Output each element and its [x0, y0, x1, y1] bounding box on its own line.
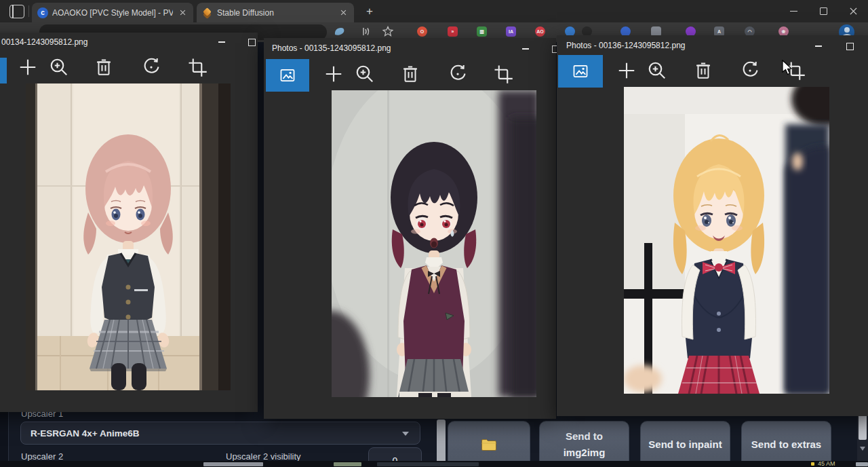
- mouse-cursor: [781, 60, 793, 76]
- upscaler1-value: R-ESRGAN 4x+ Anime6B: [31, 428, 139, 438]
- photo-image-00135[interactable]: [332, 90, 536, 397]
- read-aloud-icon[interactable]: [360, 26, 372, 37]
- screen: c AOAOKO [PVC Style Model] - PV Stable D…: [0, 0, 868, 467]
- photos-window-00136: Photos - 00136-1243095812.png: [557, 35, 868, 416]
- panel-scrollbar[interactable]: [437, 419, 446, 467]
- taskbar[interactable]: 45 AM: [0, 461, 868, 467]
- window-title-bar[interactable]: Photos - 00135-1243095812.png: [264, 38, 556, 58]
- minimize-button[interactable]: [807, 38, 830, 54]
- rotate-icon[interactable]: [448, 64, 468, 84]
- tab-separator: [28, 5, 29, 17]
- delete-icon[interactable]: [400, 64, 420, 84]
- minimize-button[interactable]: [210, 34, 233, 50]
- scroll-down-arrow-icon[interactable]: [860, 447, 865, 451]
- folder-icon: [481, 438, 497, 451]
- delete-icon[interactable]: [693, 60, 713, 81]
- maximize-button[interactable]: [240, 34, 263, 50]
- rotate-icon[interactable]: [141, 57, 161, 77]
- photos-window-00134: 00134-1243095812.png: [0, 33, 258, 412]
- browser-tab-civitai[interactable]: c AOAOKO [PVC Style Model] - PV: [32, 3, 193, 22]
- zoom-in-icon[interactable]: [647, 60, 667, 81]
- upscaler2-label: Upscaler 2: [21, 451, 63, 462]
- maximize-button[interactable]: [838, 38, 861, 54]
- add-icon[interactable]: [616, 60, 637, 81]
- window-title: 00134-1243095812.png: [1, 37, 87, 47]
- stable-diffusion-icon: [202, 7, 213, 18]
- zoom-in-icon[interactable]: [49, 57, 69, 77]
- tab-close-icon[interactable]: [177, 7, 188, 18]
- photos-gallery-icon: [572, 62, 589, 80]
- taskbar-show-desktop[interactable]: [856, 462, 868, 466]
- tab-label: Stable Diffusion: [217, 8, 334, 18]
- open-folder-button[interactable]: [448, 421, 530, 467]
- taskbar-app-block[interactable]: [377, 462, 479, 466]
- browser-extension-icon[interactable]: »: [448, 26, 458, 37]
- photo-image-00134[interactable]: [26, 83, 231, 390]
- see-all-photos-button[interactable]: [266, 59, 309, 92]
- browser-extension-icon[interactable]: IA: [506, 26, 516, 37]
- tab-actions-icon[interactable]: [9, 5, 24, 18]
- taskbar-app-block[interactable]: [203, 462, 263, 466]
- browser-extension-icon[interactable]: O: [417, 26, 427, 37]
- window-title: Photos - 00136-1243095812.png: [566, 41, 685, 50]
- collections-icon[interactable]: [334, 26, 345, 37]
- browser-close-button[interactable]: [838, 0, 868, 22]
- tab-label: AOAOKO [PVC Style Model] - PV: [52, 8, 173, 18]
- browser-extension-icon[interactable]: AO: [535, 26, 545, 37]
- minimize-button[interactable]: [514, 41, 537, 57]
- browser-maximize-button[interactable]: [808, 0, 838, 22]
- photos-window-00135: Photos - 00135-1243095812.png: [264, 38, 556, 419]
- browser-tab-bar: c AOAOKO [PVC Style Model] - PV Stable D…: [0, 0, 868, 22]
- send-to-inpaint-button[interactable]: Send to inpaint: [640, 421, 730, 467]
- window-title: Photos - 00135-1243095812.png: [272, 43, 391, 53]
- upscaler2-visibility-label: Upscaler 2 visibility: [226, 451, 301, 462]
- add-icon[interactable]: [323, 64, 344, 84]
- delete-icon[interactable]: [94, 57, 114, 77]
- browser-minimize-button[interactable]: [778, 0, 808, 22]
- crop-icon[interactable]: [493, 64, 513, 84]
- browser-extension-icon[interactable]: ▥: [477, 26, 487, 37]
- photos-gallery-icon: [279, 67, 296, 84]
- photo-image-00136[interactable]: [624, 87, 829, 394]
- taskbar-clock: 45 AM: [818, 460, 835, 467]
- new-tab-button[interactable]: +: [361, 5, 378, 19]
- upscaler1-dropdown[interactable]: R-ESRGAN 4x+ Anime6B: [20, 422, 420, 445]
- tab-close-icon[interactable]: [338, 7, 349, 18]
- see-all-photos-button[interactable]: [0, 58, 7, 83]
- taskbar-notification-icon: [811, 462, 814, 466]
- send-to-img2img-button[interactable]: Send to img2img: [539, 421, 629, 467]
- favorites-star-icon[interactable]: [382, 26, 393, 37]
- dropdown-caret-icon: [402, 432, 409, 436]
- civitai-icon: c: [37, 7, 48, 18]
- rotate-icon[interactable]: [740, 60, 760, 81]
- browser-tab-stable-diffusion[interactable]: Stable Diffusion: [197, 3, 354, 22]
- taskbar-app-block[interactable]: [334, 462, 361, 466]
- zoom-in-icon[interactable]: [355, 64, 375, 84]
- crop-icon[interactable]: [187, 57, 208, 77]
- add-icon[interactable]: [18, 57, 38, 77]
- see-all-photos-button[interactable]: [558, 55, 603, 88]
